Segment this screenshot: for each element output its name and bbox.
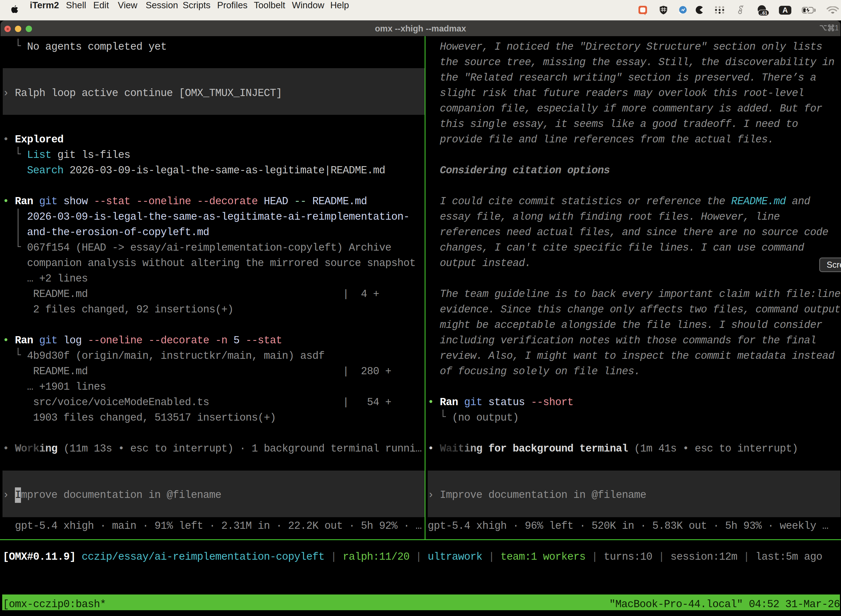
svg-text:..61: ..61 xyxy=(760,11,767,15)
svg-text:1: 1 xyxy=(835,24,838,32)
